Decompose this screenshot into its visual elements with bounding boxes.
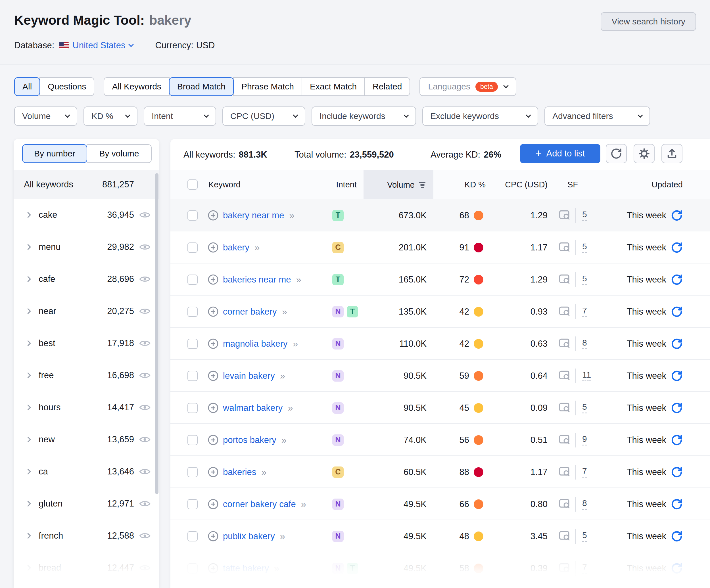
keyword-group-item[interactable]: cake 36,945 bbox=[14, 199, 159, 231]
tab-all[interactable]: All bbox=[14, 77, 40, 96]
plus-circle-icon[interactable] bbox=[208, 210, 219, 221]
keyword-group-item[interactable]: new 13,659 bbox=[14, 423, 159, 456]
eye-icon[interactable] bbox=[139, 307, 150, 315]
view-search-history-button[interactable]: View search history bbox=[601, 12, 696, 31]
serp-features-icon[interactable] bbox=[559, 456, 571, 488]
plus-circle-icon[interactable] bbox=[208, 531, 219, 542]
sf-count[interactable]: 5 bbox=[582, 210, 587, 221]
refresh-icon[interactable] bbox=[671, 562, 683, 574]
refresh-icon[interactable] bbox=[671, 370, 683, 382]
plus-circle-icon[interactable] bbox=[208, 466, 219, 477]
keyword-link[interactable]: magnolia bakery bbox=[223, 339, 287, 349]
filter-kd-[interactable]: KD % bbox=[84, 106, 138, 126]
settings-button[interactable] bbox=[634, 144, 655, 163]
refresh-icon[interactable] bbox=[671, 498, 683, 510]
double-chevron-icon[interactable]: » bbox=[261, 467, 266, 477]
double-chevron-icon[interactable]: » bbox=[296, 274, 301, 285]
eye-icon[interactable] bbox=[139, 371, 150, 379]
double-chevron-icon[interactable]: » bbox=[281, 435, 287, 445]
sidebar-tab-by-volume[interactable]: By volume bbox=[87, 144, 152, 163]
sf-count[interactable]: 8 bbox=[582, 499, 587, 510]
serp-features-icon[interactable] bbox=[559, 520, 571, 552]
column-header-sf[interactable]: SF bbox=[567, 170, 578, 199]
sf-count[interactable]: 5 bbox=[582, 274, 587, 285]
double-chevron-icon[interactable]: » bbox=[288, 402, 293, 413]
select-all-checkbox[interactable] bbox=[187, 179, 198, 190]
double-chevron-icon[interactable]: » bbox=[292, 338, 298, 349]
serp-features-icon[interactable] bbox=[559, 264, 571, 296]
column-header-keyword[interactable]: Keyword bbox=[209, 170, 240, 199]
filter-advanced-filters[interactable]: Advanced filters bbox=[544, 106, 650, 126]
sf-count[interactable]: 5 bbox=[582, 402, 587, 413]
row-checkbox[interactable] bbox=[187, 435, 198, 445]
row-checkbox[interactable] bbox=[187, 403, 198, 413]
keyword-link[interactable]: portos bakery bbox=[223, 435, 276, 445]
eye-icon[interactable] bbox=[139, 275, 150, 283]
eye-icon[interactable] bbox=[139, 403, 150, 412]
double-chevron-icon[interactable]: » bbox=[301, 499, 306, 510]
filter-include-keywords[interactable]: Include keywords bbox=[311, 106, 416, 126]
sidebar-tab-by-number[interactable]: By number bbox=[22, 144, 87, 163]
row-checkbox[interactable] bbox=[187, 371, 198, 381]
sf-count[interactable]: 5 bbox=[582, 242, 587, 253]
keyword-link[interactable]: tatte bakery bbox=[223, 563, 269, 573]
tab-all-keywords[interactable]: All Keywords bbox=[104, 77, 169, 96]
refresh-icon[interactable] bbox=[671, 274, 683, 286]
sf-count[interactable]: 7 bbox=[582, 467, 587, 477]
sf-count[interactable]: 9 bbox=[582, 435, 587, 445]
double-chevron-icon[interactable]: » bbox=[280, 531, 285, 542]
tab-exact-match[interactable]: Exact Match bbox=[302, 77, 365, 96]
tab-broad-match[interactable]: Broad Match bbox=[169, 77, 234, 96]
plus-circle-icon[interactable] bbox=[208, 434, 219, 445]
eye-icon[interactable] bbox=[139, 243, 150, 251]
double-chevron-icon[interactable]: » bbox=[282, 307, 287, 317]
tab-related[interactable]: Related bbox=[364, 77, 410, 96]
sf-count[interactable]: 8 bbox=[582, 338, 587, 349]
add-to-list-button[interactable]: + Add to list bbox=[520, 144, 600, 163]
sf-count[interactable]: 7 bbox=[582, 307, 587, 317]
filter-intent[interactable]: Intent bbox=[144, 106, 216, 126]
keyword-group-item[interactable]: near 20,275 bbox=[14, 295, 159, 327]
keyword-link[interactable]: corner bakery cafe bbox=[223, 499, 296, 509]
column-header-kd[interactable]: KD % bbox=[465, 170, 486, 199]
sf-count[interactable]: 11 bbox=[582, 370, 591, 381]
sf-count[interactable]: 5 bbox=[582, 531, 587, 542]
double-chevron-icon[interactable]: » bbox=[255, 242, 260, 253]
column-header-cpc[interactable]: CPC (USD) bbox=[505, 170, 548, 199]
sidebar-scrollbar[interactable] bbox=[155, 173, 159, 494]
refresh-icon[interactable] bbox=[671, 434, 683, 446]
eye-icon[interactable] bbox=[139, 467, 150, 476]
refresh-icon[interactable] bbox=[671, 242, 683, 253]
row-checkbox[interactable] bbox=[187, 307, 198, 317]
serp-features-icon[interactable] bbox=[559, 199, 571, 231]
plus-circle-icon[interactable] bbox=[208, 498, 219, 510]
plus-circle-icon[interactable] bbox=[208, 370, 219, 381]
row-checkbox[interactable] bbox=[187, 563, 198, 573]
keyword-link[interactable]: bakeries bbox=[223, 467, 256, 477]
keyword-link[interactable]: corner bakery bbox=[223, 307, 277, 317]
row-checkbox[interactable] bbox=[187, 339, 198, 349]
row-checkbox[interactable] bbox=[187, 274, 198, 285]
refresh-icon[interactable] bbox=[671, 210, 683, 221]
keyword-group-item[interactable]: french 12,588 bbox=[14, 520, 159, 552]
double-chevron-icon[interactable]: » bbox=[274, 563, 279, 574]
serp-features-icon[interactable] bbox=[559, 360, 571, 392]
row-checkbox[interactable] bbox=[187, 211, 198, 221]
refresh-icon[interactable] bbox=[671, 466, 683, 478]
keyword-link[interactable]: publix bakery bbox=[223, 531, 275, 541]
eye-icon[interactable] bbox=[139, 564, 150, 572]
tab-questions[interactable]: Questions bbox=[40, 77, 94, 96]
languages-dropdown[interactable]: Languages beta bbox=[420, 77, 516, 96]
keyword-group-item[interactable]: menu 29,982 bbox=[14, 231, 159, 263]
serp-features-icon[interactable] bbox=[559, 552, 571, 584]
keyword-link[interactable]: bakeries near me bbox=[223, 274, 291, 285]
eye-icon[interactable] bbox=[139, 339, 150, 347]
serp-features-icon[interactable] bbox=[559, 328, 571, 360]
plus-circle-icon[interactable] bbox=[208, 274, 219, 285]
plus-circle-icon[interactable] bbox=[208, 338, 219, 349]
refresh-icon[interactable] bbox=[671, 530, 683, 542]
keyword-group-item[interactable]: best 17,918 bbox=[14, 327, 159, 359]
filter-cpc-usd-[interactable]: CPC (USD) bbox=[222, 106, 305, 126]
row-checkbox[interactable] bbox=[187, 499, 198, 509]
row-checkbox[interactable] bbox=[187, 467, 198, 477]
